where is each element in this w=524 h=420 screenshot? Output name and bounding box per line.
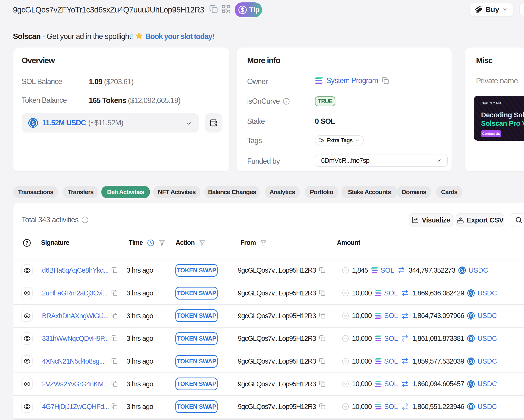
svg-text:$: $ [461,268,463,272]
svg-text:$: $ [470,291,472,295]
svg-text:$: $ [470,314,472,318]
svg-text:$: $ [470,382,472,386]
svg-text:$: $ [470,359,472,363]
svg-text:$: $ [32,120,35,126]
svg-text:$: $ [470,336,472,341]
svg-text:$: $ [470,404,472,409]
